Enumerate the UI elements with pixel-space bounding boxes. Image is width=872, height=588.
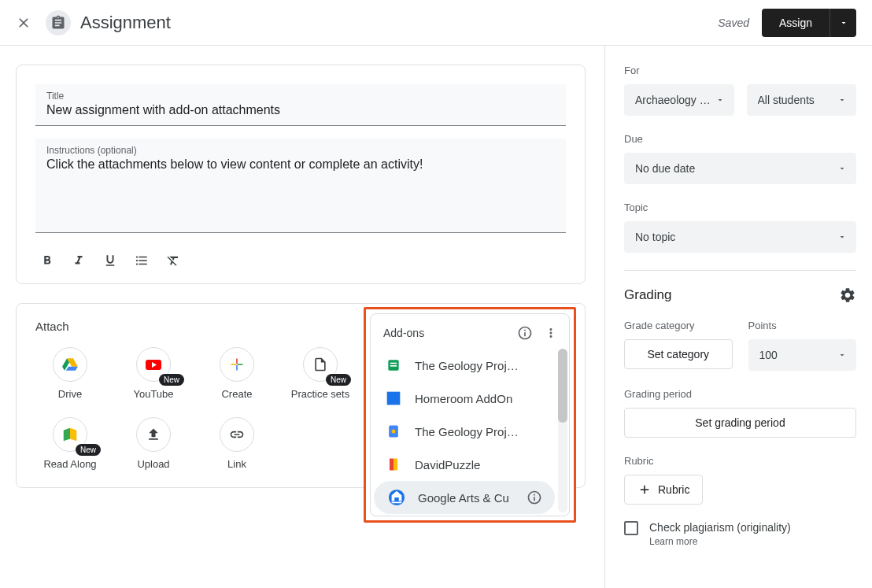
attach-label: Practice sets: [291, 388, 349, 401]
read-along-icon: [61, 426, 79, 443]
attach-label: Link: [227, 458, 246, 472]
new-badge: New: [159, 374, 184, 386]
caret-down-icon: [837, 232, 847, 242]
set-category-button[interactable]: Set category: [624, 339, 733, 369]
points-select[interactable]: 100: [748, 339, 857, 371]
instructions-field[interactable]: Instructions (optional) Click the attach…: [35, 139, 566, 233]
more-icon[interactable]: [544, 326, 558, 340]
attach-label: Create: [221, 388, 252, 401]
topic-label: Topic: [624, 202, 856, 213]
attach-link[interactable]: Link: [202, 417, 272, 472]
create-plus-icon: [229, 357, 245, 372]
addon-item-hovered[interactable]: Google Arts & Cu: [374, 481, 555, 514]
svg-rect-4: [387, 392, 401, 405]
header: Assignment Saved Assign: [0, 0, 872, 46]
for-label: For: [624, 65, 856, 76]
plagiarism-checkbox[interactable]: [624, 521, 638, 535]
svg-point-6: [392, 430, 396, 434]
title-input[interactable]: [46, 103, 555, 117]
addon-app-icon: [385, 357, 402, 374]
info-icon[interactable]: [527, 490, 542, 505]
learn-more-link[interactable]: Learn more: [649, 536, 791, 547]
addon-app-icon: [385, 456, 402, 473]
editor-card: Title Instructions (optional) Click the …: [16, 65, 586, 284]
title-label: Title: [46, 91, 555, 102]
close-icon[interactable]: [11, 10, 36, 35]
rubric-label: Rubric: [624, 455, 856, 467]
plagiarism-checkbox-row[interactable]: Check plagiarism (originality) Learn mor…: [624, 520, 856, 547]
points-label: Points: [748, 320, 857, 331]
attach-create[interactable]: Create: [202, 347, 272, 401]
grading-period-label: Grading period: [624, 388, 856, 400]
attach-label: Drive: [58, 388, 82, 401]
rubric-button-label: Rubric: [658, 483, 689, 496]
assign-dropdown-button[interactable]: [830, 9, 856, 37]
clear-format-button[interactable]: [163, 250, 183, 271]
caret-down-icon: [839, 18, 848, 28]
attach-read-along[interactable]: New Read Along: [35, 417, 105, 472]
instructions-input[interactable]: Click the attachments below to view cont…: [46, 157, 555, 172]
sidebar: For Archaeology … All students Due No du…: [604, 46, 872, 588]
assign-button[interactable]: Assign: [762, 9, 830, 37]
addon-item[interactable]: DavidPuzzle: [371, 448, 558, 481]
attach-practice-sets[interactable]: New Practice sets: [286, 347, 355, 401]
caret-down-icon: [837, 95, 847, 105]
assign-button-group: Assign: [762, 9, 856, 37]
grading-title: Grading: [624, 287, 671, 303]
attach-youtube[interactable]: New YouTube: [119, 347, 188, 401]
addon-label: The Geology Proj…: [415, 425, 545, 438]
bullet-list-button[interactable]: [131, 250, 152, 271]
grade-category-label: Grade category: [624, 320, 733, 331]
info-icon[interactable]: [517, 325, 533, 341]
addon-app-icon: [388, 489, 405, 506]
scrollbar-thumb[interactable]: [558, 349, 567, 423]
addon-item[interactable]: Homeroom AddOn: [371, 382, 558, 415]
link-icon: [229, 427, 245, 442]
attach-grid: Drive New YouTube Create: [35, 347, 374, 472]
divider: [624, 270, 856, 271]
title-field[interactable]: Title: [35, 84, 566, 126]
addons-title: Add-ons: [383, 327, 424, 339]
saved-status: Saved: [718, 17, 749, 29]
upload-icon: [146, 427, 161, 442]
italic-button[interactable]: [68, 250, 89, 271]
gear-icon[interactable]: [839, 287, 856, 304]
due-label: Due: [624, 133, 856, 145]
plagiarism-label: Check plagiarism (originality): [649, 520, 791, 536]
caret-down-icon: [715, 95, 725, 105]
addons-panel-highlight: Add-ons The Geology Proj… Homeroom AddOn…: [364, 307, 576, 523]
attach-label: YouTube: [133, 388, 173, 401]
addon-label: Homeroom AddOn: [415, 392, 545, 405]
format-toolbar: [35, 246, 566, 271]
practice-sets-icon: [312, 357, 328, 372]
bold-button[interactable]: [37, 250, 57, 271]
assignment-icon: [46, 10, 71, 35]
due-value: No due date: [635, 162, 695, 175]
header-left: Assignment: [11, 10, 171, 35]
addon-item[interactable]: The Geology Proj…: [371, 415, 558, 448]
topic-select[interactable]: No topic: [624, 221, 856, 253]
attach-label: Upload: [137, 458, 169, 472]
addon-label: Google Arts & Cu: [418, 491, 514, 505]
svg-rect-3: [390, 365, 397, 367]
rubric-button[interactable]: Rubric: [624, 475, 703, 505]
plus-icon: [637, 483, 652, 497]
youtube-icon: [144, 355, 163, 374]
underline-button[interactable]: [100, 250, 120, 271]
class-value: Archaeology …: [635, 94, 711, 106]
attach-drive[interactable]: Drive: [35, 347, 105, 401]
class-select[interactable]: Archaeology …: [624, 84, 734, 116]
header-right: Saved Assign: [718, 9, 856, 37]
addons-panel: Add-ons The Geology Proj… Homeroom AddOn…: [370, 313, 570, 516]
due-select[interactable]: No due date: [624, 153, 856, 184]
points-value: 100: [759, 349, 778, 361]
addon-item[interactable]: The Geology Proj…: [371, 349, 558, 382]
attach-upload[interactable]: Upload: [119, 417, 188, 472]
attach-label: Read Along: [43, 458, 96, 472]
students-select[interactable]: All students: [747, 84, 857, 116]
set-grading-period-button[interactable]: Set grading period: [624, 408, 856, 438]
new-badge: New: [326, 374, 351, 386]
topic-value: No topic: [635, 231, 675, 243]
caret-down-icon: [837, 350, 847, 360]
addon-label: The Geology Proj…: [415, 359, 545, 372]
